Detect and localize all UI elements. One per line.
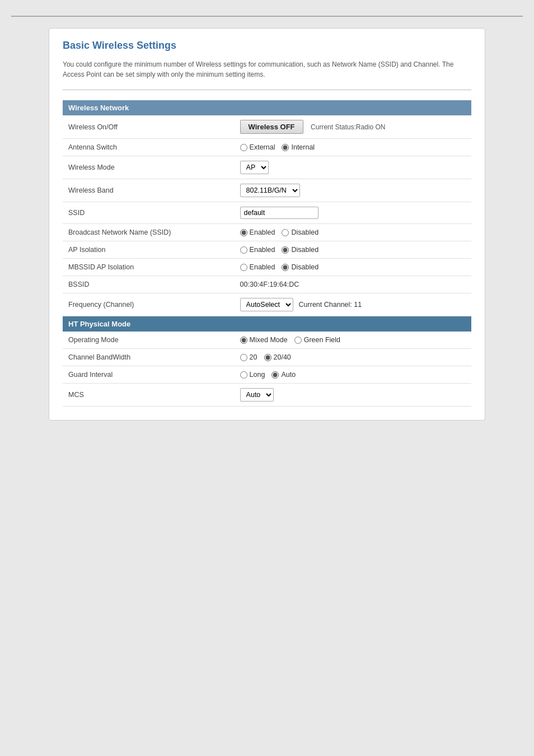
guard-auto-radio[interactable] <box>271 371 279 379</box>
cell-ssid <box>235 202 471 224</box>
ap-isolation-enabled-radio[interactable] <box>240 246 247 254</box>
wireless-mode-select[interactable]: AP <box>240 161 269 174</box>
bandwidth-2040-radio[interactable] <box>264 354 271 361</box>
card-divider <box>63 90 471 90</box>
mcs-select[interactable]: Auto <box>240 388 274 402</box>
table-row: Wireless On/Off Wireless OFF Current Sta… <box>63 115 471 139</box>
cell-wireless-band: 802.11B/G/N <box>235 179 471 202</box>
ap-isolation-disabled-label[interactable]: Disabled <box>282 246 318 254</box>
label-bssid: BSSID <box>63 276 235 293</box>
bandwidth-20-text: 20 <box>250 353 257 361</box>
cell-wireless-mode: AP <box>235 156 471 179</box>
antenna-internal-radio[interactable] <box>282 144 289 151</box>
mbssid-disabled-radio[interactable] <box>282 264 289 271</box>
guard-auto-text: Auto <box>281 371 296 379</box>
ht-physical-mode-table: Operating Mode Mixed Mode Green Field <box>63 332 471 407</box>
mbssid-disabled-label[interactable]: Disabled <box>282 263 318 271</box>
antenna-external-label[interactable]: External <box>240 143 275 151</box>
label-ap-isolation: AP Isolation <box>63 241 235 259</box>
cell-wireless-onoff: Wireless OFF Current Status:Radio ON <box>235 115 471 139</box>
bandwidth-20-label[interactable]: 20 <box>240 353 257 361</box>
mbssid-radio-group: Enabled Disabled <box>240 263 466 271</box>
main-card: Basic Wireless Settings You could config… <box>49 28 485 421</box>
table-row: Frequency (Channel) AutoSelect Current C… <box>63 293 471 316</box>
bandwidth-2040-text: 20/40 <box>274 353 291 361</box>
frequency-cell: AutoSelect Current Channel: 11 <box>240 298 466 311</box>
wireless-status-text: Current Status:Radio ON <box>311 123 385 131</box>
bssid-value: 00:30:4F:19:64:DC <box>240 281 299 288</box>
cell-operating-mode: Mixed Mode Green Field <box>235 332 471 349</box>
broadcast-radio-group: Enabled Disabled <box>240 228 466 236</box>
broadcast-enabled-text: Enabled <box>250 228 275 236</box>
top-bar <box>11 11 523 17</box>
guard-interval-radio-group: Long Auto <box>240 371 466 379</box>
wireless-band-select[interactable]: 802.11B/G/N <box>240 184 300 197</box>
antenna-external-text: External <box>250 143 275 151</box>
mbssid-enabled-text: Enabled <box>250 263 275 271</box>
broadcast-enabled-label[interactable]: Enabled <box>240 228 275 236</box>
label-operating-mode: Operating Mode <box>63 332 235 349</box>
table-row: AP Isolation Enabled Disabled <box>63 241 471 259</box>
label-antenna-switch: Antenna Switch <box>63 139 235 156</box>
card-description: You could configure the minimum number o… <box>63 59 471 80</box>
ssid-input[interactable] <box>240 207 318 219</box>
table-row: Wireless Band 802.11B/G/N <box>63 179 471 202</box>
table-row: Broadcast Network Name (SSID) Enabled Di… <box>63 224 471 241</box>
mbssid-enabled-radio[interactable] <box>240 264 247 271</box>
cell-guard-interval: Long Auto <box>235 366 471 384</box>
op-green-field-radio[interactable] <box>294 337 302 344</box>
broadcast-disabled-radio[interactable] <box>282 229 289 236</box>
ap-isolation-radio-group: Enabled Disabled <box>240 246 466 254</box>
antenna-radio-group: External Internal <box>240 143 466 151</box>
card-title: Basic Wireless Settings <box>63 40 471 52</box>
cell-mcs: Auto <box>235 384 471 407</box>
label-broadcast-ssid: Broadcast Network Name (SSID) <box>63 224 235 241</box>
op-green-field-label[interactable]: Green Field <box>294 336 340 344</box>
label-wireless-band: Wireless Band <box>63 179 235 202</box>
wireless-network-table: Wireless On/Off Wireless OFF Current Sta… <box>63 115 471 316</box>
cell-bssid: 00:30:4F:19:64:DC <box>235 276 471 293</box>
op-mixed-mode-label[interactable]: Mixed Mode <box>240 336 288 344</box>
table-row: Wireless Mode AP <box>63 156 471 179</box>
ht-physical-mode-header: HT Physical Mode <box>63 316 471 332</box>
mbssid-enabled-label[interactable]: Enabled <box>240 263 275 271</box>
guard-long-label[interactable]: Long <box>240 371 265 379</box>
table-row: MCS Auto <box>63 384 471 407</box>
guard-long-text: Long <box>250 371 265 379</box>
table-row: MBSSID AP Isolation Enabled Disabled <box>63 259 471 276</box>
ap-isolation-disabled-radio[interactable] <box>282 246 289 254</box>
bandwidth-20-radio[interactable] <box>240 354 247 361</box>
guard-auto-label[interactable]: Auto <box>271 371 296 379</box>
cell-mbssid-isolation: Enabled Disabled <box>235 259 471 276</box>
broadcast-enabled-radio[interactable] <box>240 229 247 236</box>
mbssid-disabled-text: Disabled <box>291 263 318 271</box>
label-wireless-onoff: Wireless On/Off <box>63 115 235 139</box>
ap-isolation-enabled-label[interactable]: Enabled <box>240 246 275 254</box>
antenna-internal-label[interactable]: Internal <box>282 143 315 151</box>
cell-ap-isolation: Enabled Disabled <box>235 241 471 259</box>
label-frequency: Frequency (Channel) <box>63 293 235 316</box>
bandwidth-radio-group: 20 20/40 <box>240 353 466 361</box>
wireless-network-header: Wireless Network <box>63 100 471 115</box>
bandwidth-2040-label[interactable]: 20/40 <box>264 353 291 361</box>
table-row: Guard Interval Long Auto <box>63 366 471 384</box>
operating-mode-radio-group: Mixed Mode Green Field <box>240 336 466 344</box>
label-channel-bandwidth: Channel BandWidth <box>63 349 235 366</box>
cell-channel-bandwidth: 20 20/40 <box>235 349 471 366</box>
cell-broadcast-ssid: Enabled Disabled <box>235 224 471 241</box>
frequency-select[interactable]: AutoSelect <box>240 298 293 311</box>
guard-long-radio[interactable] <box>240 371 247 379</box>
op-mixed-mode-radio[interactable] <box>240 337 247 344</box>
ap-isolation-disabled-text: Disabled <box>291 246 318 254</box>
antenna-external-radio[interactable] <box>240 144 247 151</box>
broadcast-disabled-label[interactable]: Disabled <box>282 228 318 236</box>
label-mcs: MCS <box>63 384 235 407</box>
table-row: Channel BandWidth 20 20/40 <box>63 349 471 366</box>
label-ssid: SSID <box>63 202 235 224</box>
page-wrapper: Basic Wireless Settings You could config… <box>0 0 534 756</box>
wireless-off-button[interactable]: Wireless OFF <box>240 120 303 134</box>
op-mixed-mode-text: Mixed Mode <box>250 336 288 344</box>
table-row: Operating Mode Mixed Mode Green Field <box>63 332 471 349</box>
label-mbssid-isolation: MBSSID AP Isolation <box>63 259 235 276</box>
cell-frequency: AutoSelect Current Channel: 11 <box>235 293 471 316</box>
